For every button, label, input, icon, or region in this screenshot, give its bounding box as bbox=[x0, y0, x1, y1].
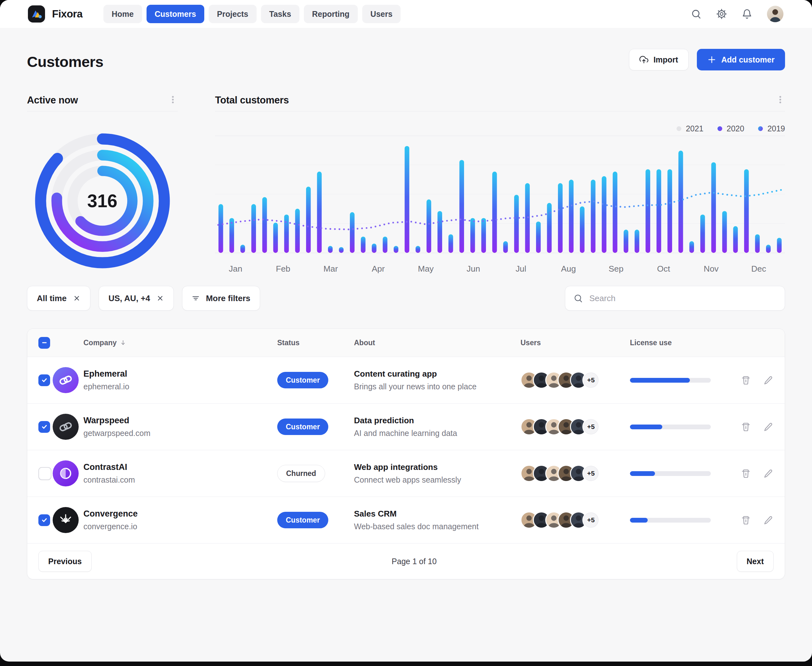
license-progress bbox=[630, 378, 711, 382]
brand-name: Fixora bbox=[52, 8, 82, 20]
chart-legend: 2021 2020 2019 bbox=[215, 123, 785, 134]
pencil-icon[interactable] bbox=[763, 422, 773, 432]
users-extra-count: +5 bbox=[582, 418, 600, 435]
nav-tab-users[interactable]: Users bbox=[362, 5, 401, 23]
table-footer: Previous Page 1 of 10 Next bbox=[27, 543, 785, 579]
nav-tab-home[interactable]: Home bbox=[104, 5, 142, 23]
filter-chips: All time US, AU, +4 More filters bbox=[27, 286, 260, 311]
company-domain: contrastai.com bbox=[83, 475, 277, 485]
users-avatars[interactable]: +5 bbox=[520, 511, 630, 529]
previous-page-button[interactable]: Previous bbox=[38, 551, 92, 572]
legend-item-2020[interactable]: 2020 bbox=[718, 124, 744, 133]
column-header-company[interactable]: Company bbox=[83, 338, 277, 347]
trash-icon[interactable] bbox=[741, 515, 751, 525]
row-checkbox[interactable] bbox=[38, 374, 50, 386]
nav-tab-tasks[interactable]: Tasks bbox=[261, 5, 300, 23]
svg-text:Feb: Feb bbox=[276, 264, 290, 274]
customers-table: Company Status About Users License use E… bbox=[27, 328, 785, 579]
company-name[interactable]: ContrastAI bbox=[83, 462, 277, 472]
company-name[interactable]: Warpspeed bbox=[83, 415, 277, 425]
column-header-users[interactable]: Users bbox=[520, 338, 630, 347]
page-title: Customers bbox=[27, 53, 104, 71]
trash-icon[interactable] bbox=[741, 422, 751, 432]
nav-tab-customers[interactable]: Customers bbox=[147, 5, 204, 23]
company-logo bbox=[53, 414, 79, 440]
status-badge: Customer bbox=[277, 419, 328, 435]
top-navigation-bar: Fixora Home Customers Projects Tasks Rep… bbox=[0, 0, 812, 28]
total-customers-title: Total customers bbox=[215, 94, 289, 106]
svg-text:Jul: Jul bbox=[516, 264, 526, 274]
row-checkbox[interactable] bbox=[38, 467, 51, 480]
column-header-license[interactable]: License use bbox=[630, 338, 741, 347]
more-filters-button[interactable]: More filters bbox=[182, 286, 260, 311]
settings-gear-icon[interactable] bbox=[716, 8, 727, 19]
search-box[interactable] bbox=[565, 286, 785, 311]
column-header-about[interactable]: About bbox=[354, 338, 520, 347]
legend-item-2021[interactable]: 2021 bbox=[677, 124, 703, 133]
user-avatar[interactable] bbox=[767, 6, 784, 22]
trash-icon[interactable] bbox=[741, 375, 751, 385]
company-domain: convergence.io bbox=[83, 522, 277, 531]
filter-chip-countries[interactable]: US, AU, +4 bbox=[99, 286, 174, 311]
license-progress bbox=[630, 425, 711, 429]
users-avatars[interactable]: +5 bbox=[520, 371, 630, 389]
svg-text:Sep: Sep bbox=[609, 264, 624, 274]
kebab-menu-icon[interactable] bbox=[776, 95, 785, 106]
filter-lines-icon bbox=[192, 295, 199, 302]
legend-item-2019[interactable]: 2019 bbox=[758, 124, 785, 133]
search-icon[interactable] bbox=[691, 8, 702, 19]
kebab-menu-icon[interactable] bbox=[168, 95, 178, 106]
company-logo bbox=[53, 367, 79, 393]
import-button[interactable]: Import bbox=[629, 49, 688, 71]
x-icon bbox=[156, 295, 164, 302]
about-subtitle: Connect web apps seamlessly bbox=[354, 475, 520, 485]
primary-nav: Home Customers Projects Tasks Reporting … bbox=[104, 5, 400, 23]
company-domain: getwarpspeed.com bbox=[83, 429, 277, 438]
search-input[interactable] bbox=[589, 293, 776, 303]
legend-dot-icon bbox=[758, 126, 763, 131]
filter-chip-all-time[interactable]: All time bbox=[27, 286, 91, 311]
users-avatars[interactable]: +5 bbox=[520, 418, 630, 435]
table-row[interactable]: Warpspeed getwarpspeed.com Customer Data… bbox=[27, 404, 785, 450]
svg-text:Jan: Jan bbox=[229, 264, 242, 274]
divider bbox=[27, 111, 178, 111]
app-window: Fixora Home Customers Projects Tasks Rep… bbox=[0, 0, 812, 661]
arrow-down-icon bbox=[120, 340, 126, 346]
license-progress bbox=[630, 518, 711, 523]
svg-text:Jun: Jun bbox=[466, 264, 480, 274]
pencil-icon[interactable] bbox=[763, 515, 773, 525]
table-row[interactable]: Ephemeral ephemeral.io Customer Content … bbox=[27, 357, 785, 404]
column-header-status[interactable]: Status bbox=[277, 338, 354, 347]
company-name[interactable]: Ephemeral bbox=[83, 369, 277, 379]
notifications-bell-icon[interactable] bbox=[741, 8, 753, 19]
row-checkbox[interactable] bbox=[38, 514, 50, 526]
legend-dot-icon bbox=[718, 126, 722, 131]
about-subtitle: AI and machine learning data bbox=[354, 429, 520, 438]
search-icon bbox=[573, 293, 583, 303]
pencil-icon[interactable] bbox=[763, 469, 773, 478]
table-header-row: Company Status About Users License use bbox=[27, 329, 785, 357]
legend-dot-icon bbox=[677, 126, 681, 131]
brand[interactable]: Fixora bbox=[28, 5, 82, 23]
company-domain: ephemeral.io bbox=[83, 382, 277, 391]
about-subtitle: Brings all your news into one place bbox=[354, 382, 520, 391]
trash-icon[interactable] bbox=[741, 469, 751, 478]
pencil-icon[interactable] bbox=[763, 375, 773, 385]
total-customers-panel: Total customers 2021 2020 2019 bbox=[215, 93, 785, 282]
x-icon bbox=[73, 295, 81, 302]
about-title: Web app integrations bbox=[354, 462, 520, 472]
svg-text:Dec: Dec bbox=[751, 264, 766, 274]
company-name[interactable]: Convergence bbox=[83, 509, 277, 519]
table-row[interactable]: Convergence convergence.io Customer Sale… bbox=[27, 497, 785, 543]
active-now-title: Active now bbox=[27, 94, 78, 106]
next-page-button[interactable]: Next bbox=[737, 551, 774, 572]
row-checkbox[interactable] bbox=[38, 421, 50, 433]
select-all-checkbox[interactable] bbox=[38, 337, 50, 349]
users-avatars[interactable]: +5 bbox=[520, 465, 630, 482]
table-row[interactable]: ContrastAI contrastai.com Churned Web ap… bbox=[27, 450, 785, 497]
status-badge: Customer bbox=[277, 512, 328, 528]
nav-tab-projects[interactable]: Projects bbox=[209, 5, 257, 23]
nav-tab-reporting[interactable]: Reporting bbox=[304, 5, 358, 23]
license-progress bbox=[630, 471, 711, 476]
add-customer-button[interactable]: Add customer bbox=[697, 49, 785, 71]
